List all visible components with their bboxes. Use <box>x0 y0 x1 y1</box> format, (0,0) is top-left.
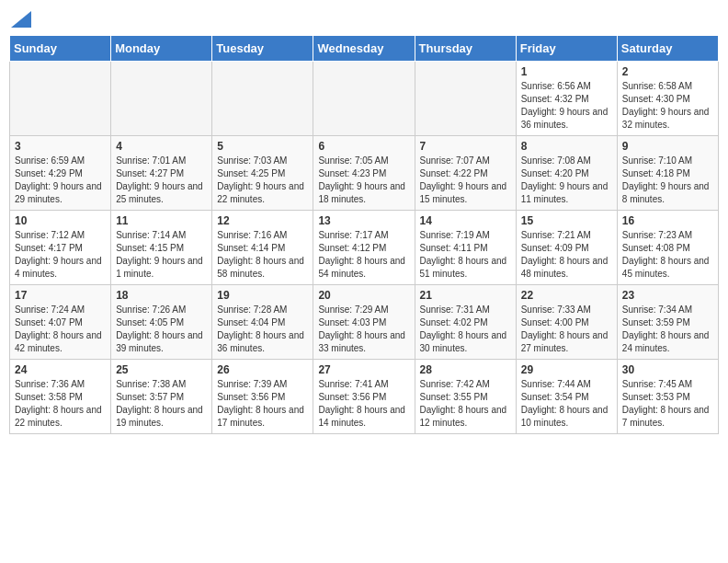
day-info: Sunrise: 7:28 AM Sunset: 4:04 PM Dayligh… <box>217 304 308 355</box>
logo <box>9 9 31 28</box>
calendar-cell: 12Sunrise: 7:16 AM Sunset: 4:14 PM Dayli… <box>212 211 313 285</box>
day-number: 12 <box>217 214 308 227</box>
day-number: 15 <box>521 214 612 227</box>
calendar-cell: 25Sunrise: 7:38 AM Sunset: 3:57 PM Dayli… <box>111 360 212 434</box>
day-info: Sunrise: 7:31 AM Sunset: 4:02 PM Dayligh… <box>420 304 511 355</box>
day-info: Sunrise: 7:16 AM Sunset: 4:14 PM Dayligh… <box>217 229 308 281</box>
day-info: Sunrise: 7:33 AM Sunset: 4:00 PM Dayligh… <box>521 304 612 355</box>
calendar-cell: 6Sunrise: 7:05 AM Sunset: 4:23 PM Daylig… <box>313 136 415 211</box>
calendar-cell: 14Sunrise: 7:19 AM Sunset: 4:11 PM Dayli… <box>415 211 516 285</box>
day-info: Sunrise: 7:10 AM Sunset: 4:18 PM Dayligh… <box>622 155 713 206</box>
calendar-cell: 17Sunrise: 7:24 AM Sunset: 4:07 PM Dayli… <box>10 285 111 360</box>
day-info: Sunrise: 7:05 AM Sunset: 4:23 PM Dayligh… <box>318 155 409 206</box>
day-number: 3 <box>15 140 106 153</box>
day-info: Sunrise: 7:12 AM Sunset: 4:17 PM Dayligh… <box>15 229 106 281</box>
calendar-cell: 8Sunrise: 7:08 AM Sunset: 4:20 PM Daylig… <box>516 136 617 211</box>
week-row-5: 24Sunrise: 7:36 AM Sunset: 3:58 PM Dayli… <box>10 360 719 434</box>
calendar-cell: 9Sunrise: 7:10 AM Sunset: 4:18 PM Daylig… <box>617 136 718 211</box>
calendar-cell: 15Sunrise: 7:21 AM Sunset: 4:09 PM Dayli… <box>516 211 617 285</box>
calendar-cell: 30Sunrise: 7:45 AM Sunset: 3:53 PM Dayli… <box>617 360 718 434</box>
day-info: Sunrise: 7:45 AM Sunset: 3:53 PM Dayligh… <box>622 378 713 430</box>
calendar-cell: 13Sunrise: 7:17 AM Sunset: 4:12 PM Dayli… <box>313 211 415 285</box>
day-number: 17 <box>15 289 106 302</box>
calendar-header-row: SundayMondayTuesdayWednesdayThursdayFrid… <box>10 36 719 62</box>
day-info: Sunrise: 7:34 AM Sunset: 3:59 PM Dayligh… <box>622 304 713 355</box>
day-info: Sunrise: 7:23 AM Sunset: 4:08 PM Dayligh… <box>622 229 713 281</box>
calendar-cell: 11Sunrise: 7:14 AM Sunset: 4:15 PM Dayli… <box>111 211 212 285</box>
calendar-header-wednesday: Wednesday <box>313 36 415 62</box>
page-header <box>9 9 719 28</box>
calendar-cell: 27Sunrise: 7:41 AM Sunset: 3:56 PM Dayli… <box>313 360 415 434</box>
day-number: 28 <box>420 363 511 376</box>
day-number: 11 <box>116 214 207 227</box>
calendar-cell: 19Sunrise: 7:28 AM Sunset: 4:04 PM Dayli… <box>212 285 313 360</box>
day-number: 14 <box>420 214 511 227</box>
calendar-cell: 10Sunrise: 7:12 AM Sunset: 4:17 PM Dayli… <box>10 211 111 285</box>
day-number: 20 <box>318 289 409 302</box>
day-info: Sunrise: 7:19 AM Sunset: 4:11 PM Dayligh… <box>420 229 511 281</box>
day-number: 5 <box>217 140 308 153</box>
calendar-table: SundayMondayTuesdayWednesdayThursdayFrid… <box>9 35 719 434</box>
calendar-cell: 20Sunrise: 7:29 AM Sunset: 4:03 PM Dayli… <box>313 285 415 360</box>
day-number: 16 <box>622 214 713 227</box>
day-number: 25 <box>116 363 207 376</box>
day-number: 26 <box>217 363 308 376</box>
calendar-header-tuesday: Tuesday <box>212 36 313 62</box>
day-info: Sunrise: 7:36 AM Sunset: 3:58 PM Dayligh… <box>15 378 106 430</box>
day-info: Sunrise: 7:29 AM Sunset: 4:03 PM Dayligh… <box>318 304 409 355</box>
day-number: 6 <box>318 140 409 153</box>
day-info: Sunrise: 7:42 AM Sunset: 3:55 PM Dayligh… <box>420 378 511 430</box>
day-number: 1 <box>521 65 612 78</box>
day-info: Sunrise: 7:44 AM Sunset: 3:54 PM Dayligh… <box>521 378 612 430</box>
calendar-header-monday: Monday <box>111 36 212 62</box>
calendar-cell: 1Sunrise: 6:56 AM Sunset: 4:32 PM Daylig… <box>516 62 617 136</box>
day-info: Sunrise: 7:17 AM Sunset: 4:12 PM Dayligh… <box>318 229 409 281</box>
calendar-cell: 2Sunrise: 6:58 AM Sunset: 4:30 PM Daylig… <box>617 62 718 136</box>
day-info: Sunrise: 7:24 AM Sunset: 4:07 PM Dayligh… <box>15 304 106 355</box>
calendar-cell: 26Sunrise: 7:39 AM Sunset: 3:56 PM Dayli… <box>212 360 313 434</box>
calendar-cell <box>415 62 516 136</box>
day-info: Sunrise: 7:08 AM Sunset: 4:20 PM Dayligh… <box>521 155 612 206</box>
day-number: 27 <box>318 363 409 376</box>
day-number: 13 <box>318 214 409 227</box>
calendar-header-friday: Friday <box>516 36 617 62</box>
calendar-cell: 29Sunrise: 7:44 AM Sunset: 3:54 PM Dayli… <box>516 360 617 434</box>
week-row-2: 3Sunrise: 6:59 AM Sunset: 4:29 PM Daylig… <box>10 136 719 211</box>
calendar-header-thursday: Thursday <box>415 36 516 62</box>
calendar-cell: 5Sunrise: 7:03 AM Sunset: 4:25 PM Daylig… <box>212 136 313 211</box>
calendar-cell: 24Sunrise: 7:36 AM Sunset: 3:58 PM Dayli… <box>10 360 111 434</box>
day-info: Sunrise: 7:03 AM Sunset: 4:25 PM Dayligh… <box>217 155 308 206</box>
day-info: Sunrise: 7:26 AM Sunset: 4:05 PM Dayligh… <box>116 304 207 355</box>
day-info: Sunrise: 6:58 AM Sunset: 4:30 PM Dayligh… <box>622 80 713 132</box>
day-number: 10 <box>15 214 106 227</box>
day-number: 30 <box>622 363 713 376</box>
day-info: Sunrise: 7:01 AM Sunset: 4:27 PM Dayligh… <box>116 155 207 206</box>
day-number: 19 <box>217 289 308 302</box>
day-number: 4 <box>116 140 207 153</box>
calendar-cell: 7Sunrise: 7:07 AM Sunset: 4:22 PM Daylig… <box>415 136 516 211</box>
week-row-4: 17Sunrise: 7:24 AM Sunset: 4:07 PM Dayli… <box>10 285 719 360</box>
day-info: Sunrise: 7:38 AM Sunset: 3:57 PM Dayligh… <box>116 378 207 430</box>
day-number: 9 <box>622 140 713 153</box>
day-info: Sunrise: 7:41 AM Sunset: 3:56 PM Dayligh… <box>318 378 409 430</box>
calendar-cell: 28Sunrise: 7:42 AM Sunset: 3:55 PM Dayli… <box>415 360 516 434</box>
calendar-cell: 22Sunrise: 7:33 AM Sunset: 4:00 PM Dayli… <box>516 285 617 360</box>
day-number: 29 <box>521 363 612 376</box>
calendar-cell: 21Sunrise: 7:31 AM Sunset: 4:02 PM Dayli… <box>415 285 516 360</box>
day-info: Sunrise: 7:39 AM Sunset: 3:56 PM Dayligh… <box>217 378 308 430</box>
day-number: 8 <box>521 140 612 153</box>
day-number: 2 <box>622 65 713 78</box>
day-info: Sunrise: 7:07 AM Sunset: 4:22 PM Dayligh… <box>420 155 511 206</box>
calendar-cell <box>313 62 415 136</box>
calendar-cell <box>111 62 212 136</box>
day-info: Sunrise: 7:21 AM Sunset: 4:09 PM Dayligh… <box>521 229 612 281</box>
calendar-cell: 18Sunrise: 7:26 AM Sunset: 4:05 PM Dayli… <box>111 285 212 360</box>
day-number: 7 <box>420 140 511 153</box>
day-number: 24 <box>15 363 106 376</box>
calendar-cell: 3Sunrise: 6:59 AM Sunset: 4:29 PM Daylig… <box>10 136 111 211</box>
svg-marker-0 <box>11 11 31 28</box>
day-number: 18 <box>116 289 207 302</box>
day-info: Sunrise: 6:56 AM Sunset: 4:32 PM Dayligh… <box>521 80 612 132</box>
day-info: Sunrise: 7:14 AM Sunset: 4:15 PM Dayligh… <box>116 229 207 281</box>
calendar-header-sunday: Sunday <box>10 36 111 62</box>
